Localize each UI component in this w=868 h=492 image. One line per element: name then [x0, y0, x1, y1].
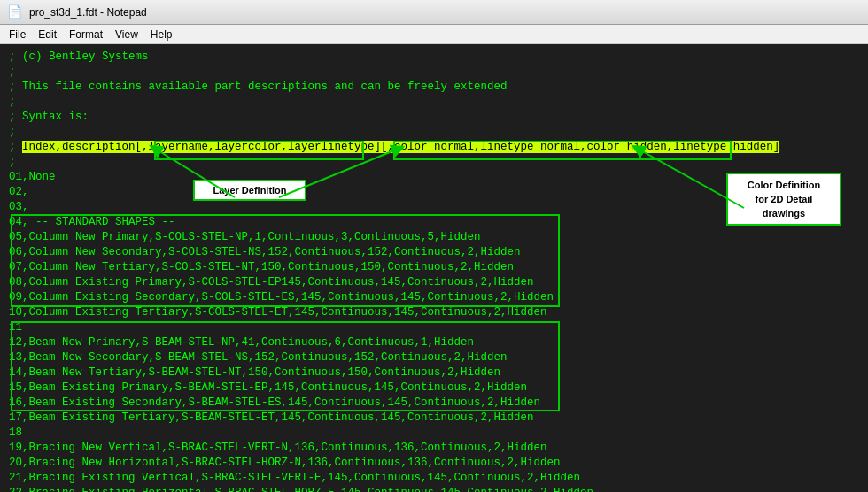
title-bar: 📄 pro_st3d_1.fdt - Notepad	[0, 0, 868, 25]
title-bar-text: pro_st3d_1.fdt - Notepad	[29, 6, 147, 19]
notepad-window: 📄 pro_st3d_1.fdt - Notepad File Edit For…	[0, 0, 868, 492]
menu-edit[interactable]: Edit	[33, 27, 62, 42]
code-text: ; (c) Bentley Systems ; ; This file cont…	[9, 50, 859, 492]
menu-bar: File Edit Format View Help	[0, 25, 868, 44]
menu-file[interactable]: File	[4, 27, 31, 42]
menu-help[interactable]: Help	[145, 27, 178, 42]
menu-format[interactable]: Format	[64, 27, 108, 42]
content-area[interactable]: ; (c) Bentley Systems ; ; This file cont…	[0, 44, 868, 492]
title-bar-icon: 📄	[7, 4, 22, 19]
menu-view[interactable]: View	[110, 27, 143, 42]
